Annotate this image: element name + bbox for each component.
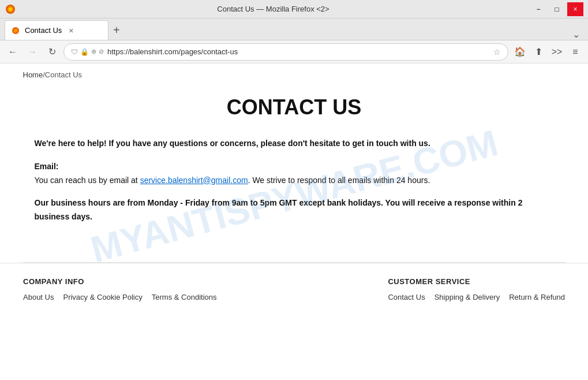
- active-tab[interactable]: Contact Us ×: [5, 20, 108, 40]
- terms-conditions-link[interactable]: Terms & Conditions: [152, 293, 217, 301]
- lock-icon: 🔒: [80, 48, 89, 56]
- address-security-icons: 🛡 🔒 ⊕ ⊘: [71, 48, 104, 56]
- nav-bar: ← → ↻ 🛡 🔒 ⊕ ⊘ https://balenshirt.com/pag…: [0, 40, 588, 64]
- email-section: Email: You can reach us by email at serv…: [35, 160, 554, 188]
- tab-label: Contact Us: [25, 26, 62, 35]
- svg-point-4: [14, 28, 18, 32]
- tracking-icon: ⊕: [91, 48, 96, 55]
- container-button[interactable]: 🏠: [512, 44, 528, 60]
- customer-heading: CUSTOMER SERVICE: [388, 277, 565, 286]
- footer-company-col: COMPANY INFO About Us Privacy & Cookie P…: [23, 277, 216, 301]
- shield-icon: 🛡: [71, 48, 78, 56]
- tab-close-icon[interactable]: ×: [69, 26, 73, 35]
- url-display: https://balenshirt.com/pages/contact-us: [107, 47, 490, 56]
- camera-icon: ⊘: [99, 48, 104, 55]
- maximize-button[interactable]: □: [549, 2, 565, 16]
- breadcrumb-home[interactable]: Home: [23, 70, 43, 79]
- back-button[interactable]: ←: [5, 44, 21, 60]
- new-tab-button[interactable]: +: [108, 20, 125, 40]
- title-bar: Contact Us — Mozilla Firefox <2> − □ ×: [0, 0, 588, 18]
- intro-paragraph: We're here to help! If you have any ques…: [35, 137, 554, 151]
- reload-button[interactable]: ↻: [44, 44, 60, 60]
- about-us-link[interactable]: About Us: [23, 293, 54, 301]
- hours-paragraph: Our business hours are from Monday - Fri…: [35, 196, 554, 224]
- extensions-button[interactable]: >>: [549, 44, 565, 60]
- breadcrumb-current: Contact Us: [45, 70, 82, 79]
- intro-text: We're here to help! If you have any ques…: [35, 139, 430, 148]
- customer-links: Contact Us Shipping & Delivery Return & …: [388, 293, 565, 301]
- company-links: About Us Privacy & Cookie Policy Terms &…: [23, 293, 216, 301]
- tab-bar: Contact Us × + ⌄: [0, 18, 588, 40]
- email-label: Email:: [35, 162, 59, 171]
- share-button[interactable]: ⬆: [530, 44, 546, 60]
- page-title: CONTACT US: [23, 95, 565, 120]
- footer-columns: COMPANY INFO About Us Privacy & Cookie P…: [23, 277, 565, 301]
- browser-content: Home/Contact Us CONTACT US MYANTISPYWARE…: [0, 64, 588, 380]
- close-button[interactable]: ×: [567, 2, 583, 16]
- email-address[interactable]: service.balenshirt@gmail.com: [140, 176, 248, 185]
- email-text-before: You can reach us by email at: [35, 176, 140, 185]
- svg-point-2: [9, 8, 12, 11]
- privacy-policy-link[interactable]: Privacy & Cookie Policy: [63, 293, 142, 301]
- tab-list-button[interactable]: ⌄: [569, 29, 583, 40]
- page-wrapper: Home/Contact Us CONTACT US MYANTISPYWARE…: [12, 64, 577, 263]
- contact-body: MYANTISPYWARE.COM We're here to help! If…: [23, 137, 565, 256]
- bookmark-icon[interactable]: ☆: [493, 47, 501, 57]
- contact-us-link[interactable]: Contact Us: [388, 293, 425, 301]
- minimize-button[interactable]: −: [530, 2, 546, 16]
- hours-text: Our business hours are from Monday - Fri…: [35, 198, 523, 221]
- shipping-delivery-link[interactable]: Shipping & Delivery: [435, 293, 500, 301]
- footer: COMPANY INFO About Us Privacy & Cookie P…: [0, 263, 588, 313]
- return-refund-link[interactable]: Return & Refund: [509, 293, 565, 301]
- menu-button[interactable]: ≡: [567, 44, 583, 60]
- firefox-logo-icon: [5, 3, 16, 15]
- footer-customer-col: CUSTOMER SERVICE Contact Us Shipping & D…: [388, 277, 565, 301]
- tab-favicon-icon: [11, 26, 20, 35]
- company-heading: COMPANY INFO: [23, 277, 216, 286]
- forward-button[interactable]: →: [24, 44, 40, 60]
- window-title: Contact Us — Mozilla Firefox <2>: [16, 5, 530, 13]
- email-text-after: . We strive to respond to all emails wit…: [248, 176, 430, 185]
- breadcrumb: Home/Contact Us: [23, 64, 565, 84]
- address-bar[interactable]: 🛡 🔒 ⊕ ⊘ https://balenshirt.com/pages/con…: [63, 43, 508, 61]
